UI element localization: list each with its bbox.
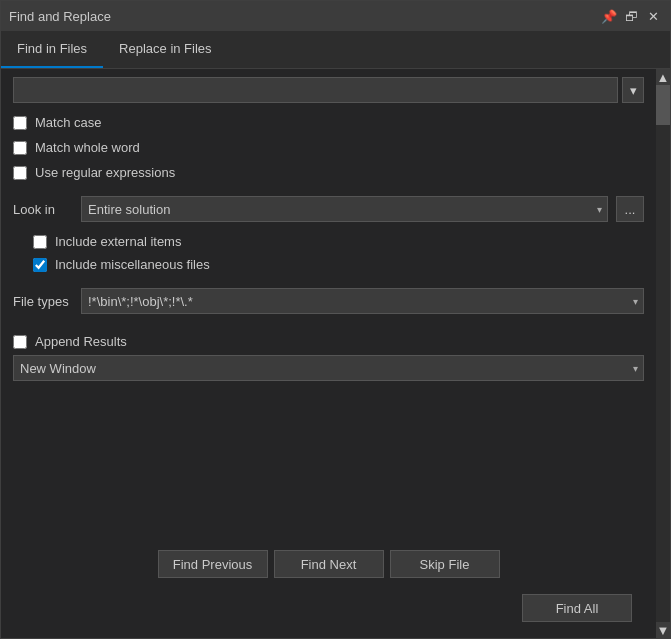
match-case-label: Match case [35,115,101,130]
file-types-select-wrapper: !*\bin\*;!*\obj\*;!*\.* ▾ [81,288,644,314]
find-previous-button[interactable]: Find Previous [158,550,268,578]
window-title: Find and Replace [9,9,111,24]
main-content: ▾ Match case Match whole word Use regula… [1,69,656,638]
result-window-wrapper: New Window Find Results 1 Find Results 2… [13,355,644,381]
file-types-select[interactable]: !*\bin\*;!*\obj\*;!*\.* [81,288,644,314]
scroll-down-button[interactable]: ▼ [656,622,670,638]
result-window-select[interactable]: New Window Find Results 1 Find Results 2 [13,355,644,381]
include-external-checkbox[interactable] [33,235,47,249]
find-next-button[interactable]: Find Next [274,550,384,578]
look-in-label: Look in [13,202,73,217]
include-misc-label: Include miscellaneous files [55,257,210,272]
use-regex-checkbox[interactable] [13,166,27,180]
dropdown-arrow-icon: ▾ [630,83,637,98]
match-whole-word-label: Match whole word [35,140,140,155]
match-whole-word-checkbox[interactable] [13,141,27,155]
append-results-checkbox[interactable] [13,335,27,349]
pin-button[interactable]: 📌 [600,8,618,24]
close-icon: ✕ [648,9,659,24]
find-all-row: Find All [13,590,644,630]
pin-icon: 📌 [601,9,617,24]
scroll-up-button[interactable]: ▲ [656,69,670,85]
title-bar: Find and Replace 📌 🗗 ✕ [1,1,670,31]
restore-button[interactable]: 🗗 [622,8,640,24]
title-bar-left: Find and Replace [9,9,111,24]
scroll-thumb[interactable] [656,85,670,125]
spacer [13,387,644,516]
use-regex-row: Use regular expressions [13,163,644,182]
append-results-row: Append Results [13,332,644,351]
use-regex-label: Use regular expressions [35,165,175,180]
search-row: ▾ [13,77,644,103]
tab-replace-in-files[interactable]: Replace in Files [103,31,228,68]
match-case-row: Match case [13,113,644,132]
restore-icon: 🗗 [625,9,638,24]
include-misc-checkbox[interactable] [33,258,47,272]
search-dropdown-button[interactable]: ▾ [622,77,644,103]
file-types-label: File types [13,294,73,309]
content-area: ▾ Match case Match whole word Use regula… [1,69,670,638]
match-whole-word-row: Match whole word [13,138,644,157]
scroll-track [656,85,670,622]
scroll-down-icon: ▼ [657,623,670,638]
match-case-checkbox[interactable] [13,116,27,130]
browse-button[interactable]: ... [616,196,644,222]
close-button[interactable]: ✕ [644,8,662,24]
include-external-row: Include external items [33,232,644,251]
skip-file-button[interactable]: Skip File [390,550,500,578]
look-in-select[interactable]: Entire solution Current Project Current … [81,196,608,222]
title-bar-controls: 📌 🗗 ✕ [600,8,662,24]
find-replace-window: Find and Replace 📌 🗗 ✕ Find in Files Rep… [0,0,671,639]
look-in-row: Look in Entire solution Current Project … [13,196,644,222]
tab-find-in-files[interactable]: Find in Files [1,31,103,68]
scrollbar: ▲ ▼ [656,69,670,638]
browse-label: ... [625,202,636,217]
include-external-label: Include external items [55,234,181,249]
append-results-label: Append Results [35,334,127,349]
file-types-row: File types !*\bin\*;!*\obj\*;!*\.* ▾ [13,288,644,314]
include-misc-row: Include miscellaneous files [33,255,644,274]
look-in-select-wrapper: Entire solution Current Project Current … [81,196,608,222]
include-options: Include external items Include miscellan… [13,232,644,274]
find-all-button[interactable]: Find All [522,594,632,622]
action-buttons-row: Find Previous Find Next Skip File [13,538,644,584]
search-input[interactable] [13,77,618,103]
results-section: Append Results New Window Find Results 1… [13,332,644,381]
scroll-up-icon: ▲ [657,70,670,85]
tabs-bar: Find in Files Replace in Files [1,31,670,69]
